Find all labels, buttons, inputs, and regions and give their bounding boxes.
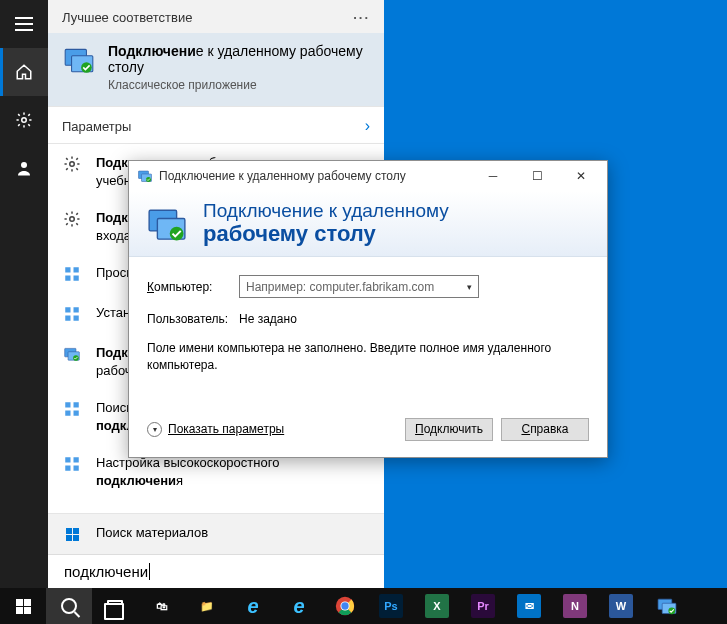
svg-rect-21	[65, 466, 70, 471]
best-match-header: Лучшее соответствие ···	[48, 0, 384, 33]
store-icon: 🛍	[149, 594, 173, 618]
gear-icon	[62, 154, 82, 174]
explorer-icon: 📁	[195, 594, 219, 618]
user-label: Пользователь:	[147, 312, 227, 326]
hamburger-menu[interactable]	[0, 0, 48, 48]
task-view-button[interactable]	[92, 588, 138, 624]
net-icon	[62, 264, 82, 284]
params-label: Параметры	[62, 119, 131, 134]
computer-combo[interactable]: Например: computer.fabrikam.com ▾	[239, 275, 479, 298]
connect-button[interactable]: Подключить	[405, 418, 493, 441]
net-icon	[62, 454, 82, 474]
taskbar-app-excel[interactable]: X	[414, 588, 460, 624]
hamburger-icon	[15, 17, 33, 31]
mail-icon: ✉	[517, 594, 541, 618]
rail-people[interactable]	[0, 144, 48, 192]
rail-settings[interactable]	[0, 96, 48, 144]
svg-rect-12	[74, 307, 79, 312]
svg-rect-7	[65, 267, 70, 272]
svg-rect-19	[65, 458, 70, 463]
home-icon	[15, 63, 33, 81]
search-query: подключени	[64, 563, 150, 580]
excel-icon: X	[425, 594, 449, 618]
word-icon: W	[609, 594, 633, 618]
computer-placeholder: Например: computer.fabrikam.com	[246, 280, 434, 294]
svg-point-5	[70, 162, 75, 167]
svg-point-4	[21, 162, 27, 168]
pr-icon: Pr	[471, 594, 495, 618]
person-icon	[15, 159, 33, 177]
expand-icon: ▾	[147, 422, 162, 437]
show-params-link[interactable]: ▾ Показать параметры	[147, 422, 397, 437]
best-match-item[interactable]: Подключение к удаленному рабочему столу …	[48, 33, 384, 106]
rdp-app-icon	[62, 43, 96, 77]
windows-logo-icon	[16, 599, 31, 614]
edge-icon: e	[247, 595, 258, 618]
svg-rect-11	[65, 307, 70, 312]
maximize-button[interactable]: ☐	[515, 162, 559, 190]
taskbar-app-chrome[interactable]	[322, 588, 368, 624]
params-header: Параметры ›	[48, 106, 384, 144]
taskbar-app-store[interactable]: 🛍	[138, 588, 184, 624]
gear-icon	[15, 111, 33, 129]
svg-rect-10	[74, 276, 79, 281]
rail-home[interactable]	[0, 48, 48, 96]
start-button[interactable]	[0, 588, 46, 624]
dialog-footer: ▾ Показать параметры Подключить Справка	[129, 410, 607, 457]
taskbar-app-rdp[interactable]	[644, 588, 690, 624]
svg-rect-20	[74, 458, 79, 463]
rdp-titlebar-icon	[137, 168, 153, 184]
search-button[interactable]	[46, 588, 92, 624]
task-view-icon	[107, 600, 123, 613]
minimize-button[interactable]: ─	[471, 162, 515, 190]
svg-point-6	[70, 217, 75, 222]
svg-point-27	[341, 602, 348, 609]
close-button[interactable]: ✕	[559, 162, 603, 190]
rdp-icon	[656, 595, 678, 617]
svg-point-3	[22, 118, 27, 123]
best-match-subtitle: Классическое приложение	[108, 78, 370, 92]
search-input[interactable]: подключени	[48, 554, 384, 588]
svg-rect-16	[74, 403, 79, 408]
dialog-header-text: Подключение к удаленному рабочему столу	[203, 201, 449, 246]
taskbar-app-ps[interactable]: Ps	[368, 588, 414, 624]
best-match-label: Лучшее соответствие	[62, 10, 192, 25]
taskbar-app-onenote[interactable]: N	[552, 588, 598, 624]
taskbar-app-ie[interactable]: e	[276, 588, 322, 624]
ps-icon: Ps	[379, 594, 403, 618]
web-result-text: Поиск материалов	[96, 524, 208, 542]
result-text: Настройка высокоскоростного подключения	[96, 454, 370, 489]
taskbar-app-explorer[interactable]: 📁	[184, 588, 230, 624]
svg-rect-14	[74, 316, 79, 321]
web-result[interactable]: Поиск материалов	[48, 513, 384, 554]
rdp-dialog: Подключение к удаленному рабочему столу …	[128, 160, 608, 458]
rdp-header-icon	[145, 202, 189, 246]
best-match-title: Подключение к удаленному рабочему столу	[108, 43, 370, 75]
chrome-icon	[334, 595, 356, 617]
search-icon	[61, 598, 77, 614]
windows-icon	[62, 524, 82, 544]
start-rail	[0, 0, 48, 588]
taskbar-app-mail[interactable]: ✉	[506, 588, 552, 624]
taskbar: 🛍📁eePsXPr✉NW	[0, 588, 727, 624]
help-button[interactable]: Справка	[501, 418, 589, 441]
svg-rect-17	[65, 411, 70, 416]
net-icon	[62, 399, 82, 419]
chevron-right-icon[interactable]: ›	[365, 117, 370, 135]
dialog-body: Компьютер: Например: computer.fabrikam.c…	[129, 257, 607, 410]
onenote-icon: N	[563, 594, 587, 618]
chevron-down-icon: ▾	[467, 282, 472, 292]
dialog-titlebar: Подключение к удаленному рабочему столу …	[129, 161, 607, 191]
svg-rect-9	[65, 276, 70, 281]
net-icon	[62, 304, 82, 324]
more-icon[interactable]: ···	[353, 10, 370, 25]
taskbar-app-pr[interactable]: Pr	[460, 588, 506, 624]
computer-label: Компьютер:	[147, 280, 227, 294]
svg-rect-13	[65, 316, 70, 321]
ie-icon: e	[293, 595, 304, 618]
svg-rect-22	[74, 466, 79, 471]
taskbar-app-word[interactable]: W	[598, 588, 644, 624]
rdp-icon	[62, 344, 82, 364]
svg-rect-8	[74, 267, 79, 272]
taskbar-app-edge[interactable]: e	[230, 588, 276, 624]
